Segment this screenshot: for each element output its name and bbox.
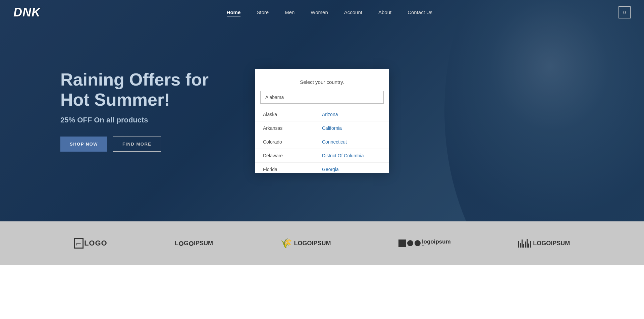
logo4-circle2-icon (415, 240, 421, 246)
country-list: AlaskaArizonaArkansasCaliforniaColoradoC… (255, 106, 389, 173)
logo4-text-top: logoipsum (422, 239, 451, 245)
nav-item-contact[interactable]: Contact Us (408, 9, 432, 15)
country-select-modal: Select your country. AlaskaArizonaArkans… (255, 69, 389, 173)
country-search-input[interactable] (260, 91, 384, 104)
logo1-text: LOGO (84, 239, 107, 248)
country-item[interactable]: Colorado (263, 137, 322, 147)
hero-subtitle: 25% OFF On all products (60, 116, 209, 124)
shop-now-button[interactable]: SHOP NOW (60, 137, 107, 152)
partner-logo-2: LGIPSUM (175, 240, 213, 247)
logo4-circle1-icon (407, 240, 413, 246)
nav-item-about[interactable]: About (378, 9, 391, 15)
nav-item-home[interactable]: Home (227, 9, 241, 15)
nav-link-contact[interactable]: Contact Us (408, 9, 432, 15)
logo3-text: LOGOIPSUM (294, 240, 331, 247)
nav-link-about[interactable]: About (378, 9, 391, 15)
nav-item-store[interactable]: Store (257, 9, 269, 15)
nav-link-home[interactable]: Home (227, 9, 241, 16)
partner-logo-4: logoipsum ™ (398, 239, 451, 248)
logo4-text-bottom: ™ (422, 245, 451, 248)
country-row: DelawareDistrict Of Columbia (255, 149, 389, 163)
hero-title: Raining Offers forHot Summer! (60, 70, 209, 110)
nav-item-women[interactable]: Women (311, 9, 328, 15)
country-item[interactable]: Arizona (322, 110, 381, 119)
partners-section: ⌐ LOGO LGIPSUM 🌾 LOGOIPSUM logoipsum ™ (0, 221, 644, 265)
modal-list-wrapper: AlaskaArizonaArkansasCaliforniaColoradoC… (255, 106, 389, 173)
country-row: ArkansasCalifornia (255, 121, 389, 135)
nav-item-men[interactable]: Men (285, 9, 294, 15)
nav-link-store[interactable]: Store (257, 9, 269, 15)
logo3-wheat-icon: 🌾 (280, 238, 292, 249)
country-item[interactable]: Georgia (322, 165, 381, 173)
cart-button[interactable]: 0 (619, 6, 631, 18)
hero-content: Raining Offers forHot Summer! 25% OFF On… (0, 70, 209, 152)
cart-count: 0 (623, 10, 626, 15)
logo5-container: LOGOIPSUM (518, 239, 570, 248)
country-row: ColoradoConnecticut (255, 135, 389, 149)
logo4-container: logoipsum ™ (398, 239, 451, 248)
find-more-button[interactable]: FIND MORE (113, 137, 161, 152)
logo5-bars-icon (518, 239, 531, 248)
hero-section: Raining Offers forHot Summer! 25% OFF On… (0, 0, 644, 221)
partner-logo-3: 🌾 LOGOIPSUM (280, 238, 331, 249)
site-logo[interactable]: DNK (13, 5, 41, 19)
country-item[interactable]: California (322, 123, 381, 133)
country-item[interactable]: Florida (263, 165, 322, 173)
hero-buttons: SHOP NOW FIND MORE (60, 137, 209, 152)
nav-link-account[interactable]: Account (344, 9, 362, 15)
country-row: FloridaGeorgia (255, 163, 389, 173)
partner-logo-5: LOGOIPSUM (518, 239, 570, 248)
modal-title: Select your country. (255, 79, 389, 85)
country-item[interactable]: Connecticut (322, 137, 381, 147)
nav-link-men[interactable]: Men (285, 9, 294, 15)
logo1-bracket-icon: ⌐ (74, 238, 84, 249)
logo4-sq-icon (398, 240, 406, 247)
country-item[interactable]: Arkansas (263, 123, 322, 133)
navbar: DNK Home Store Men Women Account About C… (0, 0, 644, 24)
nav-link-women[interactable]: Women (311, 9, 328, 15)
logo5-text: LOGOIPSUM (533, 240, 570, 247)
country-item[interactable]: Delaware (263, 151, 322, 160)
partner-logo-1: ⌐ LOGO (74, 238, 107, 249)
nav-item-account[interactable]: Account (344, 9, 362, 15)
logo2-text: LGIPSUM (175, 240, 213, 247)
country-item[interactable]: Alaska (263, 110, 322, 119)
modal-search-container (260, 91, 384, 104)
nav-links: Home Store Men Women Account About Conta… (227, 9, 433, 15)
country-item[interactable]: District Of Columbia (322, 151, 381, 160)
country-row: AlaskaArizona (255, 108, 389, 121)
